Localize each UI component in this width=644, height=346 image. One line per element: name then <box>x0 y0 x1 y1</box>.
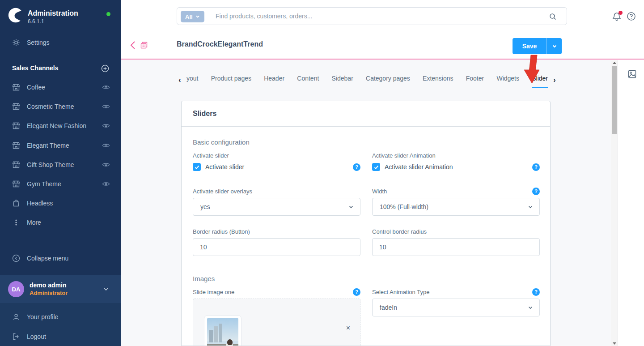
help-icon[interactable]: ? <box>532 188 540 195</box>
global-search[interactable]: All <box>177 7 567 25</box>
chevron-down-icon <box>528 305 533 310</box>
sidebar-item-gym-theme[interactable]: Gym Theme <box>0 174 121 193</box>
eye-icon[interactable] <box>102 122 110 130</box>
collapse-menu-button[interactable]: Collapse menu <box>0 248 121 268</box>
shopping-bag-icon <box>12 199 20 207</box>
page-title: BrandCrockElegantTrend <box>177 40 263 48</box>
border-radius-button-input[interactable] <box>193 238 360 256</box>
sidebar-item-coffee[interactable]: Coffee <box>0 77 121 97</box>
tabs: yout Product pages Header Content Sideba… <box>186 72 548 88</box>
storefront-icon <box>12 180 20 188</box>
check-icon <box>374 165 379 170</box>
save-button[interactable]: Save <box>513 38 547 54</box>
sidebar-item-headless[interactable]: Headless <box>0 193 121 213</box>
help-icon[interactable]: ? <box>532 288 540 296</box>
card-title: Sliders <box>193 110 216 118</box>
overlays-select[interactable]: yes <box>193 198 360 216</box>
control-border-radius-input[interactable] <box>372 238 540 256</box>
screen: Settings Administration 6.6.1.1 Sales Ch… <box>0 0 644 346</box>
smartbar: BrandCrockElegantTrend Save <box>121 32 644 60</box>
collapse-menu-label: Collapse menu <box>27 255 68 262</box>
sliders-card: Sliders Basic configuration Activate sli… <box>181 101 551 346</box>
collapse-circle-icon <box>12 254 20 262</box>
eye-icon[interactable] <box>102 141 110 150</box>
main-content: ‹ yout Product pages Header Content Side… <box>121 60 611 346</box>
back-button-icon[interactable] <box>129 40 137 50</box>
checkbox-label: Activate slider Animation <box>385 163 453 171</box>
sidebar-header: Administration 6.6.1.1 <box>0 0 121 31</box>
activate-slider-checkbox[interactable] <box>193 163 201 171</box>
eye-icon[interactable] <box>102 83 110 91</box>
field-label: Width <box>372 188 387 195</box>
sidebar-item-elegant-theme[interactable]: Elegant Theme <box>0 136 121 155</box>
your-profile-button[interactable]: Your profile <box>0 307 121 326</box>
eye-icon[interactable] <box>102 103 110 111</box>
sidebar-item-gift-shop-theme[interactable]: Gift Shop Theme <box>0 155 121 174</box>
help-icon[interactable]: ? <box>532 163 540 171</box>
sidebar-footer: Your profile Logout <box>0 303 121 346</box>
sidebar: Settings Administration 6.6.1.1 Sales Ch… <box>0 0 121 346</box>
eye-icon[interactable] <box>102 161 110 169</box>
gear-icon <box>12 38 20 47</box>
sales-channels-title: Sales Channels <box>12 64 59 72</box>
tab-sidebar[interactable]: Sidebar <box>332 72 353 88</box>
tab-category-pages[interactable]: Category pages <box>366 72 410 88</box>
tab-product-pages[interactable]: Product pages <box>211 72 251 88</box>
tab-slider[interactable]: Slider <box>532 72 548 88</box>
field-border-radius-button: Border radius (Button) <box>193 227 360 256</box>
help-icon[interactable]: ? <box>353 288 360 296</box>
help-icon[interactable]: ? <box>353 163 360 171</box>
checkbox-label: Activate slider <box>205 163 244 171</box>
your-profile-label: Your profile <box>27 313 58 320</box>
slide-image-upload-area[interactable]: × <box>193 299 360 346</box>
search-scope-label: All <box>185 13 193 20</box>
slide-image-thumbnail[interactable] <box>204 315 242 346</box>
theme-pages-icon[interactable] <box>140 41 148 49</box>
animation-type-select[interactable]: fadeIn <box>372 299 540 316</box>
field-animation-type: Select Animation Type ? fadeIn <box>372 288 540 346</box>
tab-scroll-left-icon[interactable]: ‹ <box>177 72 183 88</box>
select-value: fadeIn <box>380 304 397 311</box>
chevron-down-icon <box>195 14 200 19</box>
add-sales-channel-icon[interactable] <box>101 64 109 73</box>
help-button[interactable] <box>627 12 636 21</box>
vertical-scrollbar[interactable] <box>611 60 618 346</box>
tab-header[interactable]: Header <box>264 72 284 88</box>
search-scope-dropdown[interactable]: All <box>181 11 204 22</box>
slide-image-preview <box>207 318 238 346</box>
remove-image-button[interactable]: × <box>346 325 350 332</box>
tab-footer[interactable]: Footer <box>466 72 484 88</box>
sidebar-item-label: More <box>27 219 41 226</box>
sidebar-item-cosmetic-theme[interactable]: Cosmetic Theme <box>0 97 121 116</box>
sidebar-item-settings[interactable]: Settings <box>0 33 121 52</box>
tab-widgets[interactable]: Widgets <box>496 72 519 88</box>
media-library-icon[interactable] <box>628 70 636 78</box>
scrollbar-thumb[interactable] <box>612 66 617 134</box>
user-menu[interactable]: DA demo admin Administrator <box>0 275 121 303</box>
save-options-button[interactable] <box>547 38 562 54</box>
width-select[interactable]: 100% (Full-width) <box>372 198 540 216</box>
tab-scroll-right-icon[interactable]: › <box>551 72 558 88</box>
search-input[interactable] <box>216 8 529 24</box>
status-dot <box>106 12 110 16</box>
field-slide-image-one: Slide image one ? × <box>193 288 360 346</box>
scroll-down-icon[interactable] <box>613 342 616 345</box>
tab-content[interactable]: Content <box>297 72 319 88</box>
notification-badge <box>619 11 623 15</box>
logout-button[interactable]: Logout <box>0 327 121 346</box>
tab-extensions[interactable]: Extensions <box>423 72 453 88</box>
sidebar-item-label: Gift Shop Theme <box>27 161 74 168</box>
activate-animation-checkbox[interactable] <box>372 163 380 171</box>
search-icon[interactable] <box>549 13 557 21</box>
tab-layout-truncated[interactable]: yout <box>186 72 198 88</box>
notifications-button[interactable] <box>612 12 622 21</box>
field-control-border-radius: Control border radius <box>372 227 540 256</box>
tabs-bar: ‹ yout Product pages Header Content Side… <box>177 72 558 88</box>
sidebar-item-more[interactable]: More <box>0 213 121 232</box>
card-header: Sliders <box>182 101 550 127</box>
scroll-up-icon[interactable] <box>613 62 616 64</box>
app-version: 6.6.1.1 <box>28 18 44 25</box>
sidebar-item-elegant-new-fashion[interactable]: Elegant New Fashion <box>0 116 121 135</box>
eye-icon[interactable] <box>102 180 110 188</box>
section-heading-images: Images <box>193 275 539 282</box>
